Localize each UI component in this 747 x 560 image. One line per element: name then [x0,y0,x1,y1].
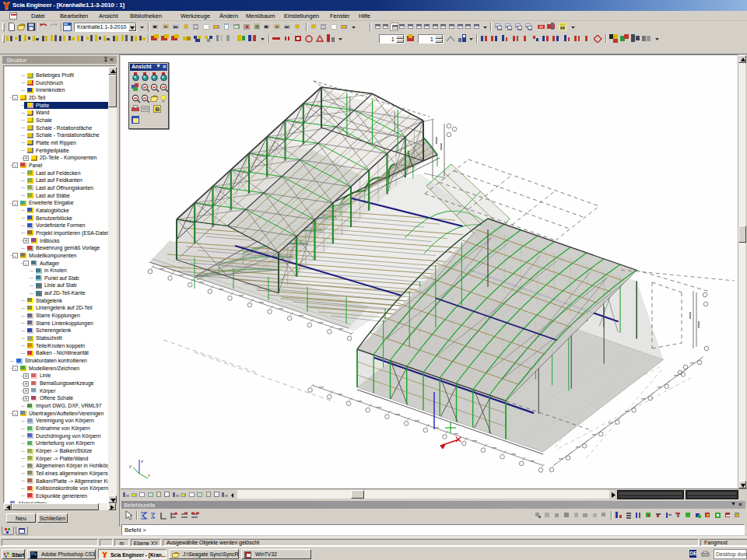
svg-text:z: z [141,459,143,464]
svg-text:y: y [129,464,132,468]
svg-text:x: x [148,473,150,478]
